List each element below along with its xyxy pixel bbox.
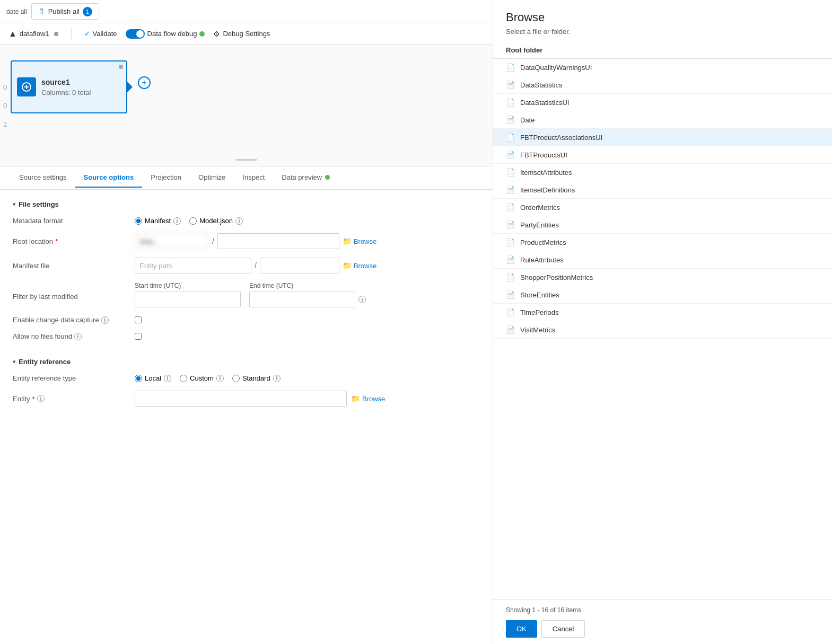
browse-list-item[interactable]: 📄 RuleAttributes [493,251,832,269]
entity-browse-button[interactable]: 📁 Browse [351,394,385,403]
root-location-input2[interactable]: smartstores [217,233,339,249]
end-time-group: End time (UTC) ℹ [249,282,366,307]
resize-handle[interactable] [236,159,257,161]
browse-list-item[interactable]: 📄 OrderMetrics [493,199,832,216]
tab-source-settings[interactable]: Source settings [11,168,75,188]
enable-change-checkbox[interactable] [135,316,142,323]
custom-radio-input[interactable] [180,375,187,382]
browse-list: 📄 DataQualityWarningsUI 📄 DataStatistics… [493,58,832,599]
check-icon: ✓ [84,30,90,38]
update-all-label: date all [6,8,27,15]
entity-browse-label: Browse [362,395,385,403]
browse-list-item[interactable]: 📄 DataQualityWarningsUI [493,59,832,76]
validate-button[interactable]: ✓ Validate [84,30,117,38]
publish-all-button[interactable]: ⇧ Publish all 1 [31,3,99,20]
browse-item-file-icon: 📄 [506,98,515,107]
metadata-format-label: Metadata format [13,217,135,225]
browse-ok-button[interactable]: OK [506,620,537,638]
entity-input[interactable]: FBTProductAssociationsUI [135,391,347,407]
enable-change-control [135,316,480,323]
browse-list-item[interactable]: 📄 FBTProductsUI [493,146,832,164]
browse-list-item[interactable]: 📄 FBTProductAssociationsUI [493,129,832,146]
tab-projection[interactable]: Projection [142,168,190,188]
browse-item-file-icon: 📄 [506,168,515,177]
browse-item-file-icon: 📄 [506,63,515,72]
entity-reference-chevron: ▾ [13,359,15,365]
custom-info-icon[interactable]: ℹ [216,375,224,382]
root-location-row: Root location * / smartstores 📁 Browse [13,233,480,249]
publish-badge: 1 [83,7,92,16]
manifest-info-icon[interactable]: ℹ [173,217,181,225]
browse-list-item[interactable]: 📄 DataStatistics [493,76,832,94]
local-radio-input[interactable] [135,375,142,382]
manifest-radio[interactable]: Manifest ℹ [135,217,181,225]
manifest-browse-label: Browse [354,262,376,270]
node-connector [126,81,133,93]
entity-label: Entity * ℹ [13,395,135,403]
browse-root-folder-label: Root folder [493,42,832,58]
tab-inspect[interactable]: Inspect [234,168,273,188]
tab-source-options[interactable]: Source options [75,168,143,188]
browse-item-file-icon: 📄 [506,186,515,194]
debug-toggle[interactable] [126,29,145,39]
debug-active-dot [199,31,205,37]
root-location-control: / smartstores 📁 Browse [135,233,480,249]
filter-control: Start time (UTC) End time (UTC) ℹ [135,282,480,307]
allow-no-files-info-icon[interactable]: ℹ [74,333,82,340]
browse-list-item[interactable]: 📄 Date [493,111,832,129]
add-node-button[interactable]: + [138,76,151,89]
entity-reference-header[interactable]: ▾ Entity reference [13,358,480,366]
local-info-icon[interactable]: ℹ [164,375,171,382]
browse-list-item[interactable]: 📄 TimePeriods [493,304,832,321]
standard-radio-input[interactable] [232,375,240,382]
allow-no-files-label: Allow no files found ℹ [13,332,135,340]
tab-data-preview[interactable]: Data preview [273,168,338,188]
root-location-inputs: / smartstores 📁 Browse [135,233,376,249]
custom-label: Custom [190,374,214,382]
root-location-input1[interactable] [135,233,209,249]
browse-list-item[interactable]: 📄 ProductMetrics [493,234,832,251]
manifest-radio-input[interactable] [135,217,142,225]
node-box[interactable]: source1 Columns: 0 total [11,60,127,113]
browse-list-item[interactable]: 📄 VisitMetrics [493,321,832,339]
node-status-dot [119,65,123,69]
browse-list-item[interactable]: 📄 StoreEntities [493,286,832,304]
browse-list-item[interactable]: 📄 ItemsetDefinitions [493,181,832,199]
browse-list-item[interactable]: 📄 ItemsetAttributes [493,164,832,181]
browse-list-item[interactable]: 📄 PartyEntities [493,216,832,234]
browse-item-name: ShopperPositionMetrics [520,274,593,281]
source-node[interactable]: source1 Columns: 0 total [11,60,127,113]
enable-change-info-icon[interactable]: ℹ [101,316,109,324]
manifest-browse-button[interactable]: 📁 Browse [343,261,376,270]
standard-radio[interactable]: Standard ℹ [232,374,281,382]
debug-settings-button[interactable]: ⚙ Debug Settings [213,30,270,38]
browse-subtitle: Select a file or folder. [493,28,832,42]
standard-info-icon[interactable]: ℹ [273,375,281,382]
browse-cancel-button[interactable]: Cancel [541,620,585,638]
node-columns: Columns: 0 total [41,89,91,96]
local-label: Local [145,374,161,382]
tab-optimize[interactable]: Optimize [190,168,234,188]
file-settings-header[interactable]: ▾ File settings [13,200,480,208]
debug-toggle-area[interactable]: Data flow debug [126,29,205,39]
end-time-input[interactable] [249,292,355,307]
custom-radio[interactable]: Custom ℹ [180,374,224,382]
root-browse-button[interactable]: 📁 Browse [343,237,376,245]
local-radio[interactable]: Local ℹ [135,374,171,382]
entity-path-input[interactable] [135,258,251,274]
manifest-browse-folder-icon: 📁 [343,261,352,270]
left-numbers: 0 0 1 [0,81,10,130]
model-json-info-icon[interactable]: ℹ [235,217,243,225]
entity-browse-folder-icon: 📁 [351,394,360,403]
kpi-input[interactable]: kpi [260,258,339,274]
browse-item-name: ItemsetDefinitions [520,186,575,194]
model-json-radio-input[interactable] [189,217,197,225]
entity-info-icon[interactable]: ℹ [37,395,45,402]
browse-item-name: RuleAttributes [520,256,564,264]
browse-list-item[interactable]: 📄 DataStatisticsUI [493,94,832,111]
allow-no-files-checkbox[interactable] [135,333,142,340]
model-json-radio[interactable]: Model.json ℹ [189,217,243,225]
browse-list-item[interactable]: 📄 ShopperPositionMetrics [493,269,832,286]
end-time-info-icon[interactable]: ℹ [358,296,366,303]
start-time-input[interactable] [135,292,241,307]
